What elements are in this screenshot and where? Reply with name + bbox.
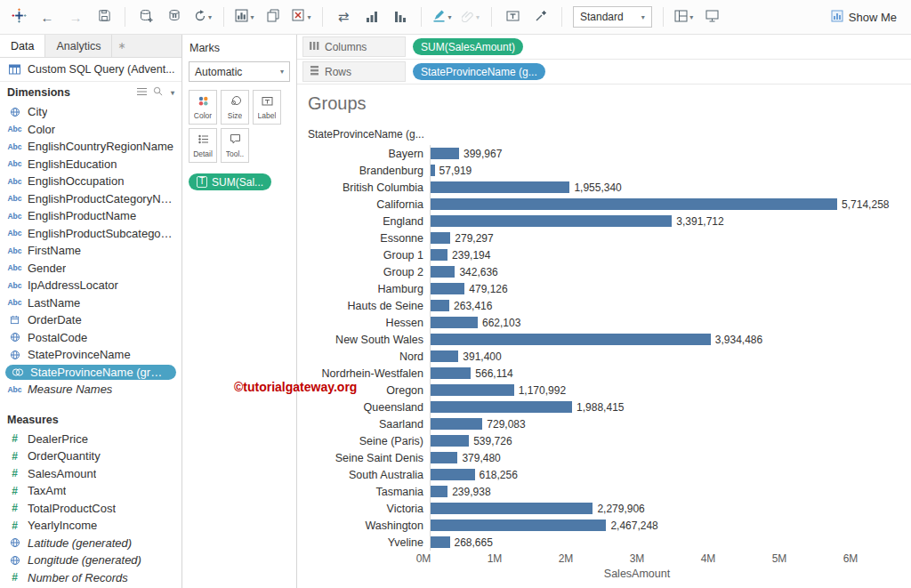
bar[interactable] — [431, 317, 478, 328]
new-worksheet-button[interactable]: ▾ — [231, 5, 258, 28]
bar[interactable] — [431, 536, 450, 548]
add-datasource-button[interactable] — [133, 5, 159, 28]
field-totalproductcost[interactable]: #TotalProductCost — [0, 500, 181, 518]
clear-sheet-button[interactable]: ▾ — [288, 5, 315, 28]
category-label[interactable]: Hessen — [306, 317, 430, 329]
tableau-logo-button[interactable] — [5, 5, 32, 28]
category-label[interactable]: Essonne — [306, 232, 430, 245]
field-ipaddresslocator[interactable]: AbcIpAddressLocator — [0, 277, 181, 294]
category-label[interactable]: South Australia — [306, 469, 430, 481]
show-me-button[interactable]: Show Me — [826, 7, 902, 28]
category-label[interactable]: Hamburg — [306, 283, 430, 295]
detail-button[interactable]: Detail — [189, 128, 217, 163]
color-button[interactable]: Color — [189, 90, 217, 125]
field-yearlyincome[interactable]: #YearlyIncome — [0, 517, 181, 535]
bar[interactable] — [431, 469, 475, 480]
row-field-header[interactable]: StateProvinceName (g... — [308, 128, 900, 141]
sum-salesamount-pill[interactable]: SUM(SalesAmount) — [413, 38, 523, 55]
bar[interactable] — [431, 486, 447, 497]
bar[interactable] — [431, 350, 458, 362]
category-label[interactable]: England — [306, 215, 430, 228]
swap-rows-columns-button[interactable]: ⇄ — [330, 5, 357, 28]
category-label[interactable]: Saarland — [306, 418, 430, 431]
category-label[interactable]: New South Wales — [306, 334, 430, 346]
view-list-icon[interactable] — [137, 86, 147, 99]
label-button[interactable]: Label — [253, 90, 281, 125]
bar[interactable] — [431, 334, 711, 345]
category-label[interactable]: Group 1 — [306, 249, 430, 262]
marks-pill[interactable]: TSUM(Sal... — [189, 173, 271, 190]
dimensions-menu-caret[interactable]: ▾ — [171, 89, 174, 97]
category-label[interactable]: Victoria — [306, 503, 430, 515]
category-label[interactable]: Washington — [306, 520, 430, 532]
bar[interactable] — [431, 384, 514, 396]
bar[interactable] — [431, 266, 455, 278]
undo-button[interactable]: ← — [34, 5, 60, 28]
category-label[interactable]: California — [306, 198, 430, 211]
field-englishproductname[interactable]: AbcEnglishProductName — [0, 207, 181, 225]
bar[interactable] — [431, 181, 569, 193]
field-orderquantity[interactable]: #OrderQuantity — [0, 447, 181, 465]
field-firstname[interactable]: AbcFirstName — [0, 242, 181, 260]
category-label[interactable]: Hauts de Seine — [306, 300, 430, 312]
bar[interactable] — [431, 283, 464, 294]
field-stateprovincename-group[interactable]: StateProvinceName (group) — [0, 364, 181, 382]
category-label[interactable]: Tasmania — [306, 486, 430, 498]
category-label[interactable]: Nord — [306, 350, 430, 363]
fit-selector-dropdown[interactable]: Standard▾ — [573, 6, 652, 28]
category-label[interactable]: British Columbia — [306, 181, 430, 194]
mark-type-dropdown[interactable]: Automatic ▾ — [189, 61, 290, 82]
bar[interactable] — [431, 148, 459, 159]
run-auto-updates-button[interactable]: ▾ — [189, 5, 216, 28]
field-englishoccupation[interactable]: AbcEnglishOccupation — [0, 173, 181, 190]
duplicate-sheet-button[interactable] — [260, 5, 286, 28]
bar[interactable] — [431, 165, 435, 176]
field-englishproductcategoryname[interactable]: AbcEnglishProductCategoryName — [0, 190, 181, 208]
bar[interactable] — [431, 503, 593, 514]
presentation-mode-button[interactable] — [699, 5, 726, 28]
columns-shelf[interactable]: Columns SUM(SalesAmount) — [297, 35, 911, 60]
category-label[interactable]: Seine Saint Denis — [306, 452, 430, 464]
pane-options-icon[interactable]: ∗ — [117, 35, 125, 57]
field-englishproductsubcategory[interactable]: AbcEnglishProductSubcategory... — [0, 225, 181, 243]
field-color[interactable]: AbcColor — [0, 121, 181, 139]
find-field-icon[interactable] — [153, 86, 163, 99]
show-hide-cards-button[interactable]: ▾ — [671, 5, 697, 28]
field-measure-names[interactable]: AbcMeasure Names — [0, 381, 181, 399]
field-orderdate[interactable]: OrderDate — [0, 311, 181, 329]
tooltip-button[interactable]: Tool.. — [221, 128, 249, 163]
bar[interactable] — [431, 367, 471, 379]
bar[interactable] — [431, 452, 457, 463]
bar[interactable] — [431, 435, 469, 447]
category-label[interactable]: Queensland — [306, 401, 430, 414]
field-lastname[interactable]: AbcLastName — [0, 294, 181, 312]
category-label[interactable]: Yveline — [306, 536, 430, 549]
rows-shelf[interactable]: Rows StateProvinceName (g... — [297, 60, 911, 85]
bar[interactable] — [431, 300, 449, 311]
bar[interactable] — [431, 401, 572, 413]
datasource-item[interactable]: Custom SQL Query (Advent... — [0, 58, 181, 82]
category-label[interactable]: Bayern — [306, 148, 430, 160]
highlight-button[interactable]: ▾ — [429, 5, 456, 28]
field-englishcountryregionname[interactable]: AbcEnglishCountryRegionName — [0, 138, 181, 156]
field-salesamount[interactable]: #SalesAmount — [0, 465, 181, 483]
field-stateprovincename[interactable]: StateProvinceName — [0, 346, 181, 364]
category-label[interactable]: Seine (Paris) — [306, 435, 430, 447]
field-longitude-generated[interactable]: Longitude (generated) — [0, 552, 181, 569]
tab-data[interactable]: Data — [0, 35, 45, 57]
sort-ascending-button[interactable] — [359, 5, 385, 28]
bar[interactable] — [431, 249, 447, 261]
stateprovincename-group-pill[interactable]: StateProvinceName (g... — [413, 63, 545, 80]
field-englisheducation[interactable]: AbcEnglishEducation — [0, 156, 181, 173]
bar[interactable] — [431, 232, 450, 244]
sort-descending-button[interactable] — [387, 5, 414, 28]
field-taxamt[interactable]: #TaxAmt — [0, 482, 181, 500]
bar[interactable] — [431, 418, 482, 430]
fix-axes-button[interactable] — [528, 5, 554, 28]
size-button[interactable]: Size — [221, 90, 249, 125]
field-dealerprice[interactable]: #DealerPrice — [0, 431, 181, 448]
category-label[interactable]: Group 2 — [306, 266, 430, 278]
field-latitude-generated[interactable]: Latitude (generated) — [0, 535, 181, 552]
field-number-of-records[interactable]: #Number of Records — [0, 569, 181, 587]
bar[interactable] — [431, 198, 837, 210]
